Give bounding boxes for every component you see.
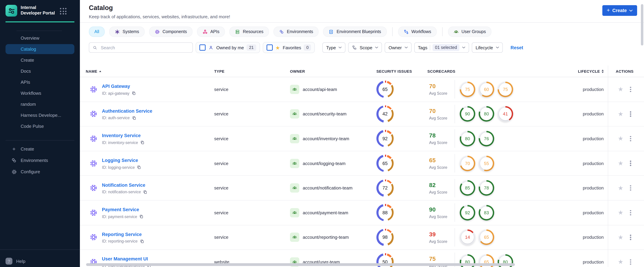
sidebar-nav-item[interactable]: Workflows (6, 88, 74, 98)
type-dropdown[interactable]: Type (322, 42, 346, 53)
column-header-owner: OWNER (290, 66, 376, 77)
favorite-star-icon[interactable]: ★ (618, 259, 623, 265)
owned-by-me-checkbox[interactable] (200, 44, 206, 51)
sidebar-nav-item[interactable]: APIs (6, 77, 74, 87)
scorecard-ring[interactable]: 75 (460, 82, 475, 97)
sidebar-nav-item[interactable]: Catalog (6, 44, 74, 54)
scorecard-ring[interactable]: 90 (460, 106, 475, 122)
tags-dropdown[interactable]: Tags 01 selected (414, 42, 469, 53)
app-switcher-icon[interactable] (60, 8, 66, 14)
owner-name[interactable]: account/notification-team (303, 185, 352, 190)
row-menu-kebab-icon[interactable] (629, 258, 632, 266)
row-menu-kebab-icon[interactable] (629, 85, 632, 94)
favorites-checkbox[interactable] (266, 44, 272, 51)
tab-resources[interactable]: Resources (229, 26, 269, 37)
owner-dropdown[interactable]: Owner (385, 42, 411, 53)
tab-all[interactable]: All (89, 26, 105, 37)
lifecycle-cell: production (555, 176, 608, 200)
sidebar-item-help[interactable]: ? Help (0, 250, 80, 267)
lifecycle-dropdown[interactable]: Lifecycle (472, 42, 503, 53)
sidebar-item-environments[interactable]: Environments (6, 155, 74, 166)
copy-icon[interactable] (132, 116, 136, 120)
copy-icon[interactable] (140, 140, 145, 145)
scorecard-ring[interactable]: 41 (498, 106, 513, 122)
copy-icon[interactable] (139, 214, 144, 219)
search-box (89, 42, 193, 53)
row-menu-kebab-icon[interactable] (629, 159, 632, 168)
tab-environments[interactable]: Environments (274, 26, 319, 37)
reset-filters-link[interactable]: Reset (510, 45, 523, 50)
favorite-star-icon[interactable]: ★ (618, 185, 623, 191)
scorecard-ring[interactable]: 83 (479, 205, 494, 220)
entity-name-link[interactable]: Notification Service (102, 182, 145, 188)
scorecard-ring[interactable]: 75 (498, 82, 513, 97)
scorecard-ring[interactable]: 78 (479, 180, 494, 196)
owned-by-me-filter[interactable]: Owned by me 21 (196, 42, 260, 53)
tab-environment-blueprints[interactable]: Environment Blueprints (323, 26, 386, 37)
scorecard-ring[interactable]: 55 (479, 156, 494, 171)
entity-name-link[interactable]: User Management UI (102, 256, 148, 262)
scorecard-ring[interactable]: 80 (460, 131, 475, 146)
favorite-star-icon[interactable]: ★ (618, 234, 623, 240)
scorecard-ring[interactable]: 60 (479, 82, 494, 97)
owner-name[interactable]: account/logging-team (303, 161, 346, 166)
component-gear-icon (90, 209, 98, 217)
copy-icon[interactable] (132, 91, 136, 96)
sidebar-item-create[interactable]: + Create (6, 144, 74, 154)
tab-user-groups[interactable]: User Groups (448, 26, 492, 37)
component-gear-icon (90, 184, 98, 192)
sidebar-item-configure[interactable]: Configure (6, 166, 74, 177)
create-button[interactable]: + Create (602, 5, 637, 16)
favorite-star-icon[interactable]: ★ (618, 160, 623, 166)
sidebar-nav-item[interactable]: Harness Develope... (6, 110, 74, 120)
favorites-filter[interactable]: ★ Favorites 0 (262, 42, 315, 53)
actions-cell: ★ (608, 126, 644, 151)
sidebar-nav-item[interactable]: Overview (6, 33, 74, 43)
entity-name-link[interactable]: Logging Service (102, 158, 138, 163)
sidebar-nav-item[interactable]: random (6, 99, 74, 109)
row-menu-kebab-icon[interactable] (629, 134, 632, 143)
search-input[interactable] (100, 44, 189, 50)
scorecard-ring[interactable]: 65 (479, 230, 494, 245)
entity-name-link[interactable]: Inventory Service (102, 133, 141, 138)
copy-icon[interactable] (137, 165, 141, 170)
scorecard-ring[interactable]: 92 (460, 205, 475, 220)
row-menu-kebab-icon[interactable] (629, 110, 632, 118)
sidebar-nav-item[interactable]: Code Pulse (6, 121, 74, 131)
scorecard-ring[interactable]: 14 (460, 230, 475, 245)
favorite-star-icon[interactable]: ★ (618, 136, 623, 142)
owner-name[interactable]: account/api-team (303, 87, 337, 92)
favorite-star-icon[interactable]: ★ (618, 210, 623, 216)
vertical-scrollbar[interactable] (641, 4, 643, 46)
scorecard-ring[interactable]: 85 (460, 180, 475, 196)
tab-systems[interactable]: Systems (109, 26, 145, 37)
scorecard-ring[interactable]: 80 (479, 106, 494, 122)
favorite-star-icon[interactable]: ★ (618, 86, 623, 92)
scorecard-ring[interactable]: 76 (479, 131, 494, 146)
component-gear-icon (90, 234, 98, 241)
column-header-name[interactable]: NAME (80, 66, 214, 77)
row-menu-kebab-icon[interactable] (629, 184, 632, 192)
copy-icon[interactable] (140, 239, 144, 244)
row-menu-kebab-icon[interactable] (629, 208, 632, 217)
entity-name-link[interactable]: API Gateway (102, 84, 130, 89)
column-header-lifecycle[interactable]: LIFECYCLE (555, 66, 608, 77)
entity-name-link[interactable]: Authentication Service (102, 108, 152, 114)
sidebar-nav-item[interactable]: Create (6, 55, 74, 65)
horizontal-scrollbar[interactable] (86, 263, 515, 266)
tab-apis[interactable]: APIs (197, 26, 225, 37)
sidebar-nav-item[interactable]: Docs (6, 66, 74, 76)
scorecard-ring[interactable]: 70 (460, 156, 475, 171)
copy-icon[interactable] (143, 190, 148, 194)
entity-name-link[interactable]: Payment Service (102, 207, 139, 212)
row-menu-kebab-icon[interactable] (629, 233, 632, 242)
tab-components[interactable]: Components (149, 26, 192, 37)
tab-workflows[interactable]: Workflows (398, 26, 437, 37)
scope-dropdown[interactable]: Scope (348, 42, 382, 53)
favorite-star-icon[interactable]: ★ (618, 111, 623, 117)
owner-name[interactable]: account/reporting-team (303, 235, 349, 240)
owner-name[interactable]: account/payment-team (303, 210, 348, 215)
owner-name[interactable]: account/inventory-team (303, 136, 349, 141)
owner-name[interactable]: account/security-team (303, 112, 346, 116)
entity-name-link[interactable]: Reporting Service (102, 232, 142, 237)
